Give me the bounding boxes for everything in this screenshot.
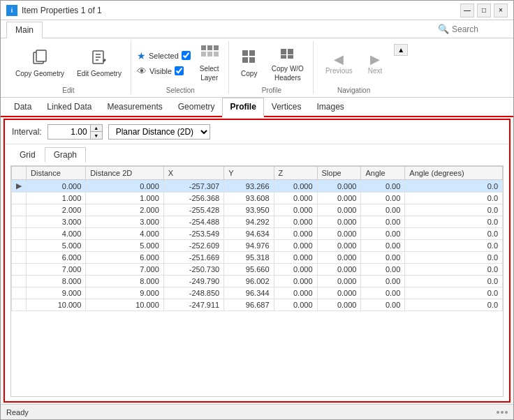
visible-checkbox[interactable] xyxy=(175,66,184,75)
row-indicator xyxy=(12,216,27,228)
table-cell: 0.0 xyxy=(405,276,503,287)
col-indicator xyxy=(12,167,27,180)
table-cell: 0.000 xyxy=(317,216,361,228)
table-cell: 6.000 xyxy=(27,252,86,264)
next-label: Next xyxy=(368,67,383,75)
table-row[interactable]: 7.0007.000-250.73095.6600.0000.0000.000.… xyxy=(12,264,503,276)
copy-label: Copy xyxy=(241,69,257,78)
table-cell: 0.00 xyxy=(361,252,405,264)
table-header-row: Distance Distance 2D X Y Z Slope Angle A… xyxy=(12,167,503,180)
table-cell: 0.00 xyxy=(361,193,405,204)
spin-up-button[interactable]: ▲ xyxy=(91,125,102,132)
status-dot-1 xyxy=(497,411,499,414)
ribbon-collapse-button[interactable]: ▲ xyxy=(394,44,408,56)
table-row[interactable]: 3.0003.000-254.48894.2920.0000.0000.000.… xyxy=(12,216,503,228)
copy-geometry-icon xyxy=(31,49,48,68)
table-cell: 95.318 xyxy=(224,252,274,264)
table-row[interactable]: 10.00010.000-247.91196.6870.0000.0000.00… xyxy=(12,299,503,311)
close-button[interactable]: × xyxy=(494,3,508,17)
table-row[interactable]: 5.0005.000-252.60994.9760.0000.0000.000.… xyxy=(12,240,503,252)
interval-input[interactable] xyxy=(48,126,90,138)
col-z: Z xyxy=(274,167,317,180)
table-cell: 0.000 xyxy=(86,180,164,193)
next-button[interactable]: ▶ Next xyxy=(362,49,389,77)
selected-checkbox[interactable] xyxy=(182,51,191,60)
table-cell: 0.00 xyxy=(361,240,405,252)
table-row[interactable]: ▶0.0000.000-257.30793.2660.0000.0000.000… xyxy=(12,180,503,193)
table-cell: 0.0 xyxy=(405,299,503,311)
interval-bar: Interval: ▲ ▼ Planar Distance (2D) 3D Di… xyxy=(5,120,509,144)
copy-button[interactable]: Copy xyxy=(235,46,264,81)
table-cell: 0.000 xyxy=(317,276,361,287)
table-row[interactable]: 6.0006.000-251.66995.3180.0000.0000.000.… xyxy=(12,252,503,264)
tab-measurements[interactable]: Measurements xyxy=(99,98,170,116)
table-cell: 95.660 xyxy=(224,264,274,276)
inner-tab-grid[interactable]: Grid xyxy=(10,147,45,163)
table-cell: 5.000 xyxy=(86,240,164,252)
tab-geometry[interactable]: Geometry xyxy=(170,98,223,116)
table-cell: 94.634 xyxy=(224,228,274,240)
table-row[interactable]: 1.0001.000-256.36893.6080.0000.0000.000.… xyxy=(12,193,503,204)
tab-linked-data[interactable]: Linked Data xyxy=(39,98,99,116)
row-indicator xyxy=(12,299,27,311)
table-row[interactable]: 2.0002.000-255.42893.9500.0000.0000.000.… xyxy=(12,204,503,216)
inner-tabs: Grid Graph xyxy=(5,144,509,163)
title-bar-left: i Item Properties 1 of 1 xyxy=(6,5,102,16)
table-cell: 0.00 xyxy=(361,299,405,311)
copy-icon xyxy=(241,49,258,68)
edit-geometry-button[interactable]: Edit Geometry xyxy=(72,46,126,81)
copy-geometry-button[interactable]: Copy Geometry xyxy=(10,46,69,81)
tab-profile[interactable]: Profile xyxy=(222,98,263,117)
svg-rect-18 xyxy=(281,55,286,59)
col-angle: Angle xyxy=(361,167,405,180)
table-row[interactable]: 4.0004.000-253.54994.6340.0000.0000.000.… xyxy=(12,228,503,240)
table-cell: 10.000 xyxy=(27,299,86,311)
spin-down-button[interactable]: ▼ xyxy=(91,132,102,139)
table-cell: 6.000 xyxy=(86,252,164,264)
tab-vertices[interactable]: Vertices xyxy=(264,98,309,116)
data-table: Distance Distance 2D X Y Z Slope Angle A… xyxy=(11,166,503,311)
eye-icon: 👁 xyxy=(137,66,147,77)
search-input[interactable] xyxy=(452,24,508,34)
inner-tab-graph[interactable]: Graph xyxy=(45,147,86,163)
status-text: Ready xyxy=(6,408,29,417)
table-cell: 4.000 xyxy=(86,228,164,240)
minimize-button[interactable]: — xyxy=(460,3,474,17)
distance-select[interactable]: Planar Distance (2D) 3D Distance xyxy=(108,124,210,140)
table-cell: 0.000 xyxy=(274,204,317,216)
edit-buttons: Copy Geometry Edit Geomet xyxy=(10,41,126,85)
maximize-button[interactable]: □ xyxy=(477,3,491,17)
ribbon-tabs: Main xyxy=(1,20,432,38)
table-cell: 96.687 xyxy=(224,299,274,311)
col-y: Y xyxy=(224,167,274,180)
tab-main[interactable]: Main xyxy=(6,22,43,38)
table-cell: 0.000 xyxy=(274,287,317,299)
copy-wo-headers-button[interactable]: Copy W/O Headers xyxy=(267,41,309,85)
table-cell: 0.0 xyxy=(405,228,503,240)
main-window: i Item Properties 1 of 1 — □ × Main 🔍 xyxy=(0,0,514,420)
status-dots xyxy=(497,411,508,414)
table-cell: 0.00 xyxy=(361,276,405,287)
table-wrap[interactable]: Distance Distance 2D X Y Z Slope Angle A… xyxy=(10,165,504,397)
tab-data[interactable]: Data xyxy=(6,98,39,116)
table-cell: -252.609 xyxy=(163,240,223,252)
table-cell: 0.000 xyxy=(274,276,317,287)
status-dot-3 xyxy=(505,411,508,414)
tab-images[interactable]: Images xyxy=(309,98,352,116)
select-layer-button[interactable]: SelectLayer xyxy=(195,41,224,85)
interval-input-wrap: ▲ ▼ xyxy=(47,124,103,140)
table-row[interactable]: 8.0008.000-249.79096.0020.0000.0000.000.… xyxy=(12,276,503,287)
table-row[interactable]: 9.0009.000-248.85096.3440.0000.0000.000.… xyxy=(12,287,503,299)
table-cell: 0.000 xyxy=(274,252,317,264)
nav-buttons: ◀ Previous ▶ Next xyxy=(319,41,388,85)
table-cell: 0.0 xyxy=(405,287,503,299)
previous-button[interactable]: ◀ Previous xyxy=(319,49,359,77)
ribbon-group-selection: ★ Selected 👁 Visible xyxy=(133,41,229,94)
table-cell: 0.000 xyxy=(317,228,361,240)
app-icon: i xyxy=(6,5,17,16)
row-indicator xyxy=(12,240,27,252)
table-cell: -250.730 xyxy=(163,264,223,276)
main-content: Interval: ▲ ▼ Planar Distance (2D) 3D Di… xyxy=(3,119,511,403)
table-cell: 0.00 xyxy=(361,287,405,299)
row-indicator xyxy=(12,276,27,287)
